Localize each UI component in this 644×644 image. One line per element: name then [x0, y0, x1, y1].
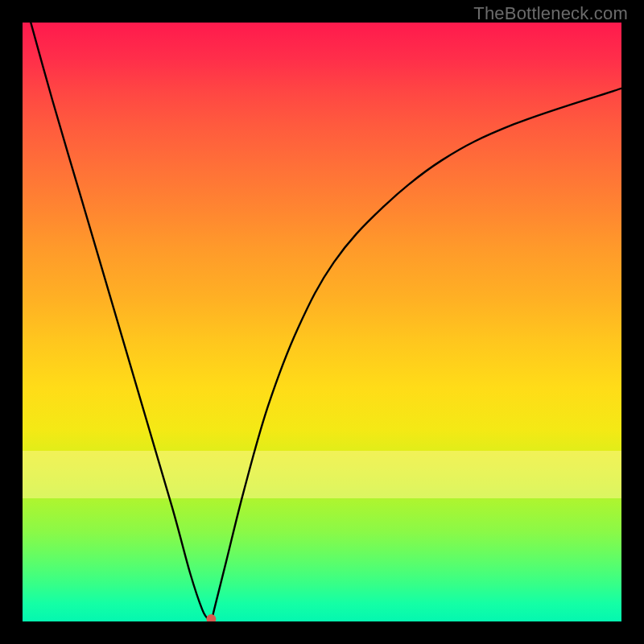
plot-area: [23, 23, 621, 621]
minimum-marker: [206, 614, 216, 621]
watermark-text: TheBottleneck.com: [473, 3, 628, 24]
chart-frame: TheBottleneck.com: [0, 0, 644, 644]
curve-svg: [23, 23, 621, 621]
bottleneck-curve: [23, 23, 621, 621]
